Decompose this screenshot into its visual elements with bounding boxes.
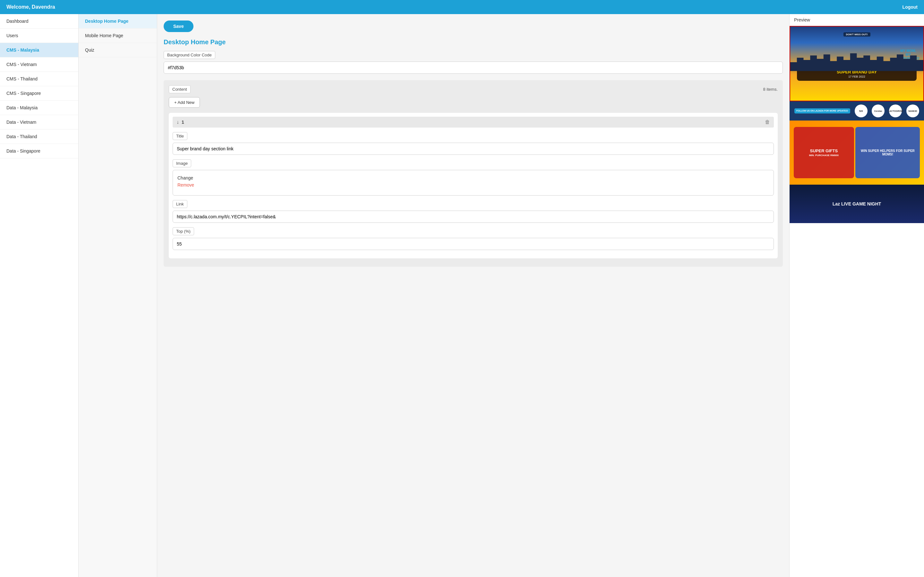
nav-item-mobile-home[interactable]: Mobile Home Page [79,29,157,43]
content-section: Content 8 items. + Add New ↓ 1 🗑 Title [164,80,783,267]
layout: Dashboard Users CMS - Malaysia CMS - Vie… [0,14,924,577]
item-number: ↓ 1 [176,119,184,125]
dont-miss-text: DON'T MISS OUT! [843,32,870,37]
preview-images: DON'T MISS OUT! SUPER BRAND DAY 17 FEB 2… [790,26,924,223]
image-label: Image [173,159,191,167]
logout-button[interactable]: Logout [903,5,918,10]
brand-circle-4: NANKID [906,105,919,117]
top-label: Top (%) [173,227,194,235]
delete-icon[interactable]: 🗑 [765,119,770,125]
item-header: ↓ 1 🗑 [173,117,774,127]
bottom-brand-bar: FOLLOW US ON LAZADA FOR MORE UPDATES! 52… [790,101,924,121]
title-field: Title [173,132,774,155]
sort-icon[interactable]: ↓ [176,119,179,125]
sidebar-item-cms-vietnam[interactable]: CMS - Vietnam [0,57,78,72]
title-label: Title [173,132,187,140]
brand-circle-1: 526 [855,105,867,117]
image-field: Image Change Remove [173,159,774,195]
header: Welcome, Davendra Logout [0,0,924,14]
preview-header: Preview [790,14,924,26]
link-input[interactable] [173,211,774,223]
top-input[interactable] [173,238,774,250]
preview-game-night: Laz LIVE GAME NIGHT [790,185,924,223]
brand-day-sub: 17 FEB 2022 [800,75,914,78]
nav-item-quiz[interactable]: Quiz [79,43,157,57]
content-count: 8 items. [763,87,778,92]
top-field: Top (%) [173,227,774,250]
sidebar: Dashboard Users CMS - Malaysia CMS - Vie… [0,14,79,577]
content-label: Content [169,85,191,93]
remove-button[interactable]: Remove [178,182,769,187]
title-input[interactable] [173,143,774,155]
sidebar-item-data-thailand[interactable]: Data - Thailand [0,129,78,144]
nav-item-desktop-home[interactable]: Desktop Home Page [79,14,157,29]
sidebar-item-data-singapore[interactable]: Data - Singapore [0,144,78,158]
header-welcome: Welcome, Davendra [6,4,55,10]
sidebar-item-cms-malaysia[interactable]: CMS - Malaysia [0,43,78,57]
main-content: Save Desktop Home Page Background Color … [157,14,789,577]
sidebar-item-dashboard[interactable]: Dashboard [0,14,78,29]
preview-gifts-section: SUPER GIFTS MIN. PURCHASE RM800 WIN SUPE… [790,121,924,185]
background-color-label: Background Color Code [164,51,215,59]
follow-us-box: FOLLOW US ON LAZADA FOR MORE UPDATES! [795,108,850,113]
sidebar-item-cms-thailand[interactable]: CMS - Thailand [0,72,78,86]
content-header: Content 8 items. [169,85,778,93]
link-label: Link [173,200,187,208]
background-color-input[interactable] [164,61,783,74]
sidebar-item-data-vietnam[interactable]: Data - Vietnam [0,115,78,129]
gifts-left-box: SUPER GIFTS MIN. PURCHASE RM800 [794,127,855,178]
background-color-group: Background Color Code [164,51,783,74]
nav-column: Desktop Home Page Mobile Home Page Quiz [79,14,157,577]
preview-brand-day: DON'T MISS OUT! SUPER BRAND DAY 17 FEB 2… [790,26,924,101]
toolbar: Save [164,21,783,32]
sidebar-item-data-malaysia[interactable]: Data - Malaysia [0,101,78,115]
image-box: Change Remove [173,170,774,195]
save-button[interactable]: Save [164,21,194,32]
change-button[interactable]: Change [178,175,769,181]
brand-circle-2: Cerelac [872,105,885,117]
game-night-text: Laz LIVE GAME NIGHT [833,201,881,206]
page-title: Desktop Home Page [164,39,783,46]
sidebar-item-users[interactable]: Users [0,29,78,43]
win-text: WIN SUPER HELPERS FOR SUPER MOMS! [857,149,919,156]
preview-column: Preview DON'T MISS OUT! SUPER BRAND DAY … [789,14,924,577]
sidebar-item-cms-singapore[interactable]: CMS - Singapore [0,86,78,101]
item-card: ↓ 1 🗑 Title Image Change Remove [169,113,778,258]
link-field: Link [173,200,774,223]
super-gifts-sub: MIN. PURCHASE RM800 [809,154,838,157]
add-new-button[interactable]: + Add New [169,97,200,108]
super-gifts-title: SUPER GIFTS [809,148,838,153]
brand-circle-3: LACTOGROW [889,105,902,117]
gifts-right-box: WIN SUPER HELPERS FOR SUPER MOMS! [855,127,920,178]
